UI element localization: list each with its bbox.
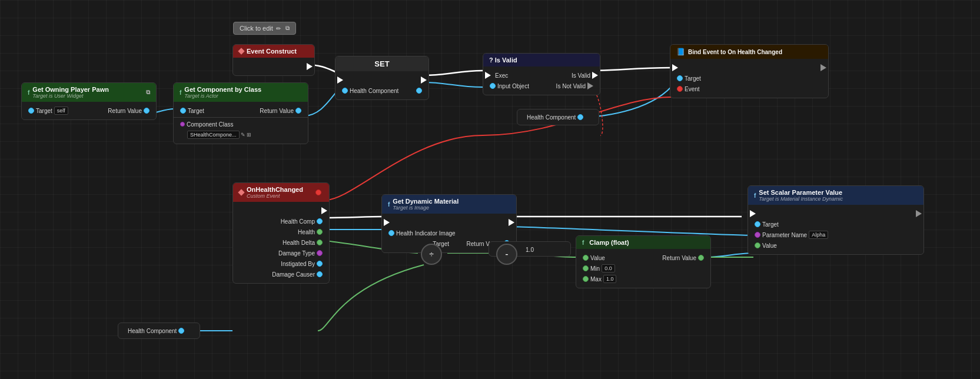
edit-component-icon[interactable]: ✎ [241,132,245,138]
get-owning-subtitle: Target is User Widget [32,93,109,99]
health-comp-label: Health Comp [281,218,315,225]
exec-out-icon [509,219,514,226]
value-pin [583,255,589,261]
value-pin [755,242,760,248]
clamp-max-row: Max 1.0 [576,274,710,284]
return-pin [144,108,150,114]
instigated-row: Instigated By [233,258,329,269]
health-comp-row: Health Component [522,112,594,122]
minus-node: - [496,244,517,265]
browse-icon[interactable]: ⊞ [247,132,251,138]
health-component-ref1: Health Component [517,109,599,125]
health-comp-label: Health Component [128,328,177,334]
damage-causer-pin [317,271,323,277]
const-value: 1.0 [526,247,534,253]
exec-in-icon [672,64,678,71]
damage-type-row: Damage Type [233,248,329,258]
value-label: Value [590,255,605,261]
scalar-target-row: Target [748,219,923,230]
component-class-value: SHealthCompone... [187,131,240,139]
on-health-changed-header: OnHealthChanged Custom Event [233,183,329,202]
health-comp-pin [178,328,184,334]
event-construct-title: Event Construct [247,48,297,55]
copy-icon: ⧉ [285,25,290,32]
event-construct-header: Event Construct [233,45,314,58]
target-label: Target [36,108,52,114]
health-delta-label: Health Delta [283,240,315,246]
exec-in-icon [337,77,343,84]
max-label: Max [590,276,602,282]
exec-in-icon [485,72,491,79]
return-label: Return Value [108,108,142,114]
component-class-value-row: SHealthCompone... ✎ ⊞ [174,129,308,140]
minus-symbol: - [505,249,508,260]
component-class-label: Component Class [187,121,233,128]
bind-event-title: Bind Event to On Health Changed [688,49,782,55]
return-label: Return Value [260,108,294,114]
target-pin [677,75,683,81]
book-icon: 📘 [676,48,685,56]
clamp-header: f Clamp (float) [576,236,710,249]
event-out-pin [315,190,321,195]
damage-causer-label: Damage Causer [272,271,315,278]
bind-event-header: 📘 Bind Event to On Health Changed [670,45,828,59]
health-comp-label: Health Component [527,114,576,121]
divide-symbol: ÷ [429,250,434,259]
edit-icon: ✏ [276,25,281,32]
input-object-label: Input Object [497,83,529,89]
get-component-subtitle: Target is Actor [184,93,261,99]
exec-out-icon [916,210,922,217]
set-scalar-header: f Set Scalar Parameter Value Target is M… [748,186,923,205]
set-scalar-title: Set Scalar Parameter Value [759,189,843,196]
max-pin [583,276,589,282]
get-owning-player-pawn-node: f Get Owning Player Pawn Target is User … [21,82,157,120]
set-title: SET [374,59,389,68]
target-label: Target [762,221,779,228]
clamp-value-row: Value Return Value [576,252,710,263]
min-value: 0.0 [602,264,615,272]
exec-out-icon [307,63,313,70]
set-health-row: Health Component [335,85,428,96]
target-pin [755,221,760,227]
on-health-exec-row [233,205,329,216]
instigated-pin [317,261,323,267]
max-value: 1.0 [603,275,617,283]
health-indicator-label: Health Indicator Image [396,230,456,237]
exec-label: Exec [495,72,508,79]
get-component-by-class-node: f Get Component by Class Target is Actor… [173,82,308,144]
get-owning-target-row: Target self Return Value [22,105,156,116]
get-dynamic-subtitle: Target is Image [393,205,459,211]
exec-out-icon [421,77,427,84]
health-comp-row: Health Component [123,325,195,336]
event-diamond-icon [238,48,244,54]
damage-type-pin [317,250,323,256]
input-object-row: Input Object Is Not Valid [483,81,600,91]
target-label: Target [685,75,701,82]
health-row: Health [233,227,329,237]
set-scalar-subtitle: Target is Material Instance Dynamic [759,196,843,202]
click-to-edit-button[interactable]: Click to edit ✏ ⧉ [233,22,296,35]
copy-node-icon: ⧉ [146,89,150,96]
on-health-changed-node: OnHealthChanged Custom Event Health Comp… [232,182,330,284]
param-name-pin [755,232,760,238]
set-header: SET [335,56,428,71]
clamp-min-row: Min 0.0 [576,263,710,274]
scalar-value-row: Value [748,240,923,251]
bind-event-row: Event [670,84,828,94]
is-valid-header: ? Is Valid [483,54,600,67]
health-pin [317,229,323,235]
target-label: Target [188,108,204,114]
exec-in-icon [750,210,756,217]
component-class-pin [180,122,185,127]
return-pin [295,108,301,114]
return-label: Return Value [662,255,696,261]
is-valid-exec-row: Exec Is Valid [483,70,600,81]
exec-out-icon [592,72,598,79]
event-diamond-icon [238,189,244,195]
is-valid-out-label: Is Valid [572,72,590,79]
input-object-pin [490,83,496,89]
event-pin [677,86,683,92]
health-label: Health [298,229,315,235]
damage-type-label: Damage Type [278,250,315,257]
health-in-pin [342,88,348,94]
